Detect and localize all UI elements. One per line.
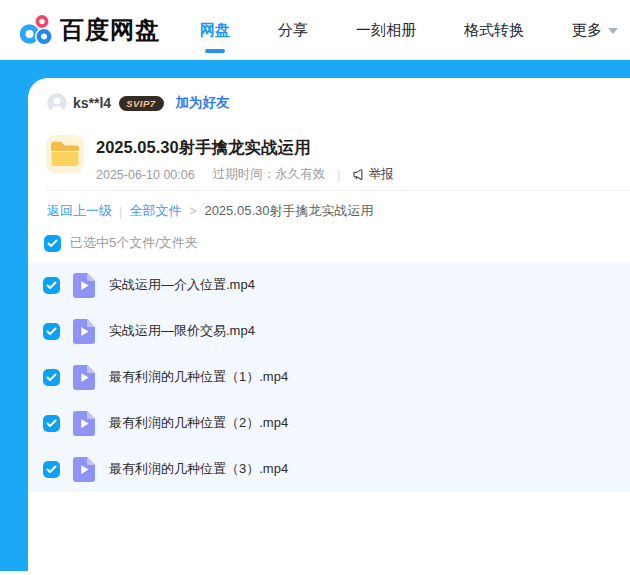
breadcrumb-pipe: | <box>119 204 122 219</box>
select-all-checkbox[interactable] <box>44 235 61 252</box>
file-name[interactable]: 最有利润的几种位置（3）.mp4 <box>109 460 288 478</box>
video-file-icon <box>73 411 95 436</box>
file-row[interactable]: 实战运用—限价交易.mp4 <box>28 308 630 354</box>
video-file-icon <box>73 365 95 390</box>
share-expiry: 过期时间：永久有效 <box>213 166 326 183</box>
section-divider <box>46 190 630 191</box>
netdisk-logo-icon <box>18 11 54 49</box>
nav-item-网盘[interactable]: 网盘 <box>200 21 230 40</box>
nav-item-一刻相册[interactable]: 一刻相册 <box>356 21 416 40</box>
breadcrumb-current: 2025.05.30射手擒龙实战运用 <box>204 202 373 220</box>
file-checkbox[interactable] <box>43 277 60 294</box>
share-content-card: ks**l4 SVIP7 加为好友 2025.05.30射手擒龙实战运用 202… <box>28 78 630 575</box>
file-checkbox[interactable] <box>43 323 60 340</box>
logo-text: 百度网盘 <box>60 14 160 46</box>
nav-item-label: 分享 <box>278 21 308 40</box>
file-row[interactable]: 最有利润的几种位置（1）.mp4 <box>28 354 630 400</box>
breadcrumb-separator: > <box>189 204 196 218</box>
report-label: 举报 <box>368 166 393 183</box>
file-name[interactable]: 最有利润的几种位置（2）.mp4 <box>109 414 288 432</box>
nav-item-格式转换[interactable]: 格式转换 <box>464 21 524 40</box>
file-name[interactable]: 实战运用—介入位置.mp4 <box>109 276 255 294</box>
megaphone-icon <box>352 168 365 181</box>
video-file-icon <box>73 273 95 298</box>
file-name[interactable]: 最有利润的几种位置（1）.mp4 <box>109 368 288 386</box>
breadcrumb: 返回上一级 | 全部文件 > 2025.05.30射手擒龙实战运用 <box>47 202 373 220</box>
top-header: 百度网盘 网盘 分享 一刻相册 格式转换 更多 <box>0 0 630 60</box>
video-file-icon <box>73 457 95 482</box>
nav-item-分享[interactable]: 分享 <box>278 21 308 40</box>
sharer-username: ks**l4 <box>73 95 111 111</box>
meta-divider: | <box>337 168 340 182</box>
video-file-icon <box>73 319 95 344</box>
file-checkbox[interactable] <box>43 369 60 386</box>
selection-summary-row: 已选中5个文件/文件夹 <box>44 234 198 252</box>
main-nav: 网盘 分享 一刻相册 格式转换 更多 <box>200 0 618 60</box>
nav-item-label: 格式转换 <box>464 21 524 40</box>
chevron-down-icon <box>608 28 618 34</box>
share-date: 2025-06-10 00:06 <box>96 168 195 182</box>
add-friend-link[interactable]: 加为好友 <box>176 94 230 112</box>
nav-item-label: 更多 <box>572 21 602 40</box>
file-checkbox[interactable] <box>43 415 60 432</box>
share-title: 2025.05.30射手擒龙实战运用 <box>96 137 393 159</box>
nav-item-label: 一刻相册 <box>356 21 416 40</box>
report-button[interactable]: 举报 <box>352 166 393 183</box>
selection-count-text: 已选中5个文件/文件夹 <box>70 234 198 252</box>
file-row[interactable]: 最有利润的几种位置（3）.mp4 <box>28 446 630 492</box>
file-row[interactable]: 最有利润的几种位置（2）.mp4 <box>28 400 630 446</box>
nav-item-label: 网盘 <box>200 21 230 40</box>
nav-item-更多[interactable]: 更多 <box>572 21 618 40</box>
file-name[interactable]: 实战运用—限价交易.mp4 <box>109 322 255 340</box>
file-list: 实战运用—介入位置.mp4 实战运用—限价交易.mp4 最有利润的几种位置（1）… <box>28 262 630 492</box>
share-folder-header: 2025.05.30射手擒龙实战运用 2025-06-10 00:06 过期时间… <box>46 135 393 183</box>
breadcrumb-back-link[interactable]: 返回上一级 <box>47 202 112 220</box>
brand-logo[interactable]: 百度网盘 <box>18 11 160 49</box>
breadcrumb-all-files-link[interactable]: 全部文件 <box>129 202 181 220</box>
sharer-row: ks**l4 SVIP7 加为好友 <box>47 93 230 113</box>
file-checkbox[interactable] <box>43 461 60 478</box>
folder-icon <box>46 135 84 173</box>
share-meta: 2025-06-10 00:06 过期时间：永久有效 | 举报 <box>96 166 393 183</box>
file-row[interactable]: 实战运用—介入位置.mp4 <box>28 262 630 308</box>
avatar <box>47 93 67 113</box>
svip-badge: SVIP7 <box>119 96 163 111</box>
